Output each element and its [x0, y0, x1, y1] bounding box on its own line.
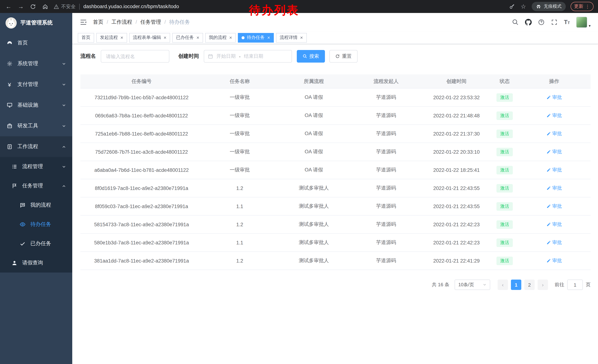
cell-task-name: 1.2	[203, 185, 277, 191]
page-button-1[interactable]: 1	[511, 280, 521, 290]
bookmark-star-icon[interactable]: ☆	[520, 3, 527, 10]
chevron-down-icon	[62, 165, 66, 169]
sidebar-item-infra[interactable]: 基础设施	[0, 95, 72, 115]
app-logo[interactable]: 芋道管理系统	[0, 13, 72, 32]
page-content: 流程名 创建时间 开始日期 - 结束日期 搜索 重	[72, 44, 598, 364]
sidebar-item-home[interactable]: 首页	[0, 32, 72, 53]
breadcrumb-workflow[interactable]: 工作流程	[112, 19, 137, 25]
cell-status: 激活	[492, 147, 518, 156]
update-button[interactable]: 更新 ⋮	[570, 2, 594, 11]
back-icon[interactable]: ←	[5, 3, 12, 10]
sidebar-item-done-task[interactable]: 已办任务	[0, 234, 72, 253]
view-tab[interactable]: 流程详情×	[276, 33, 307, 42]
goto-page-input[interactable]	[567, 280, 583, 290]
process-name-input[interactable]	[101, 50, 169, 63]
view-tab[interactable]: 首页	[78, 33, 94, 42]
view-tab[interactable]: 我的流程×	[205, 33, 236, 42]
approve-button[interactable]: 审批	[546, 203, 562, 210]
monitor-icon	[6, 102, 13, 108]
close-icon[interactable]: ×	[229, 35, 232, 40]
forward-icon[interactable]: →	[17, 3, 24, 10]
close-icon[interactable]: ×	[300, 35, 303, 40]
avatar[interactable]	[576, 17, 587, 28]
view-tab[interactable]: 发起流程×	[96, 33, 127, 42]
sidebar-item-label: 首页	[17, 40, 28, 46]
top-navbar: 首页 工作流程 任务管理 待办任务 TT ▾	[72, 13, 598, 32]
sidebar-item-process-mgmt[interactable]: 流程管理	[0, 157, 72, 176]
reset-button[interactable]: 重置	[329, 50, 357, 63]
approve-button[interactable]: 审批	[546, 239, 562, 246]
refresh-icon[interactable]	[30, 3, 36, 10]
sidebar-item-leave-query[interactable]: 请假查询	[0, 253, 72, 273]
address-bar[interactable]: 不安全 dashboard.yudao.iocoder.cn/bpm/task/…	[54, 3, 504, 10]
view-tab[interactable]: 流程表单-编辑×	[129, 33, 170, 42]
font-size-icon[interactable]: TT	[564, 19, 570, 25]
search-icon	[303, 54, 307, 58]
sidebar-toggle-icon[interactable]	[80, 18, 87, 26]
cell-created-time: 2022-01-21 22:43:55	[421, 203, 492, 209]
create-time-label: 创建时间	[178, 53, 199, 60]
main-area: 首页 工作流程 任务管理 待办任务 TT ▾ 首页发起流	[72, 13, 598, 364]
end-date-placeholder: 结束日期	[244, 53, 263, 60]
table-row: 580e1b3d-7ac8-11ec-a9e2-a2380e71991a1.1测…	[80, 234, 590, 252]
approve-button[interactable]: 审批	[546, 221, 562, 228]
chevron-down-icon	[62, 62, 66, 66]
header-action: 操作	[518, 78, 590, 85]
cell-task-name: 1.2	[203, 258, 277, 263]
cell-task-name: 一级审批	[203, 112, 277, 119]
approve-button[interactable]: 审批	[546, 167, 562, 173]
status-badge: 激活	[497, 129, 513, 138]
user-menu[interactable]: ▾	[576, 17, 590, 28]
sidebar-item-payment[interactable]: ¥ 支付管理	[0, 74, 72, 95]
view-tab[interactable]: 已办任务×	[172, 33, 203, 42]
close-icon[interactable]: ×	[196, 35, 199, 40]
sidebar-item-task-mgmt[interactable]: 任务管理	[0, 176, 72, 195]
chevron-down-icon	[62, 82, 66, 87]
close-icon[interactable]: ×	[120, 35, 123, 40]
approve-button[interactable]: 审批	[546, 185, 562, 191]
security-indicator[interactable]: 不安全	[54, 3, 75, 10]
approve-button[interactable]: 审批	[546, 148, 562, 155]
sidebar-item-system[interactable]: 系统管理	[0, 53, 72, 74]
breadcrumb-home[interactable]: 首页	[93, 19, 108, 25]
sidebar-item-devtools[interactable]: 研发工具	[0, 115, 72, 136]
sidebar-item-workflow[interactable]: 工作流程	[0, 136, 72, 157]
close-icon[interactable]: ×	[267, 35, 270, 40]
status-badge: 激活	[497, 184, 513, 192]
approve-button[interactable]: 审批	[546, 257, 562, 264]
page-button-2[interactable]: 2	[524, 280, 535, 290]
key-icon[interactable]	[508, 3, 515, 10]
warning-icon	[54, 4, 59, 9]
screenshot-root: 待办列表 ← → 不安全 dashboard.yudao.iocoder.cn/…	[0, 0, 598, 364]
status-badge: 激活	[497, 93, 513, 102]
search-icon[interactable]	[512, 19, 519, 25]
table-row: 73211d9d-7b9b-11ec-b5b7-acde48001122一级审批…	[80, 89, 590, 107]
close-icon[interactable]: ×	[164, 35, 166, 40]
fullscreen-icon[interactable]	[551, 19, 558, 25]
dashboard-icon	[6, 40, 13, 46]
prev-page-button[interactable]: ‹	[498, 280, 508, 290]
sidebar-item-todo-task[interactable]: 待办任务	[0, 215, 72, 234]
approve-button[interactable]: 审批	[546, 130, 562, 137]
cell-task-name: 一级审批	[203, 148, 277, 155]
date-range-picker[interactable]: 开始日期 - 结束日期	[204, 50, 292, 63]
approve-button[interactable]: 审批	[546, 94, 562, 101]
kebab-menu-icon[interactable]: ⋮	[585, 4, 590, 9]
sidebar-item-my-process[interactable]: 我的流程	[0, 195, 72, 215]
breadcrumb-task-mgmt[interactable]: 任务管理	[141, 19, 166, 25]
check-icon	[19, 241, 25, 247]
cell-status: 激活	[492, 184, 518, 192]
view-tab[interactable]: 待办任务×	[238, 33, 274, 42]
page-url[interactable]: dashboard.yudao.iocoder.cn/bpm/task/todo	[83, 4, 179, 9]
cell-process: OA 请假	[277, 130, 351, 137]
help-icon[interactable]	[538, 19, 545, 25]
cell-task-name: 一级审批	[203, 130, 277, 137]
home-icon[interactable]	[42, 3, 49, 10]
page-size-select[interactable]: 10条/页	[455, 280, 490, 290]
next-page-button[interactable]: ›	[538, 280, 548, 290]
cell-task-name: 一级审批	[203, 167, 277, 173]
search-button[interactable]: 搜索	[297, 50, 325, 63]
tab-label: 流程详情	[280, 34, 298, 41]
approve-button[interactable]: 审批	[546, 112, 562, 119]
github-icon[interactable]	[525, 19, 532, 25]
